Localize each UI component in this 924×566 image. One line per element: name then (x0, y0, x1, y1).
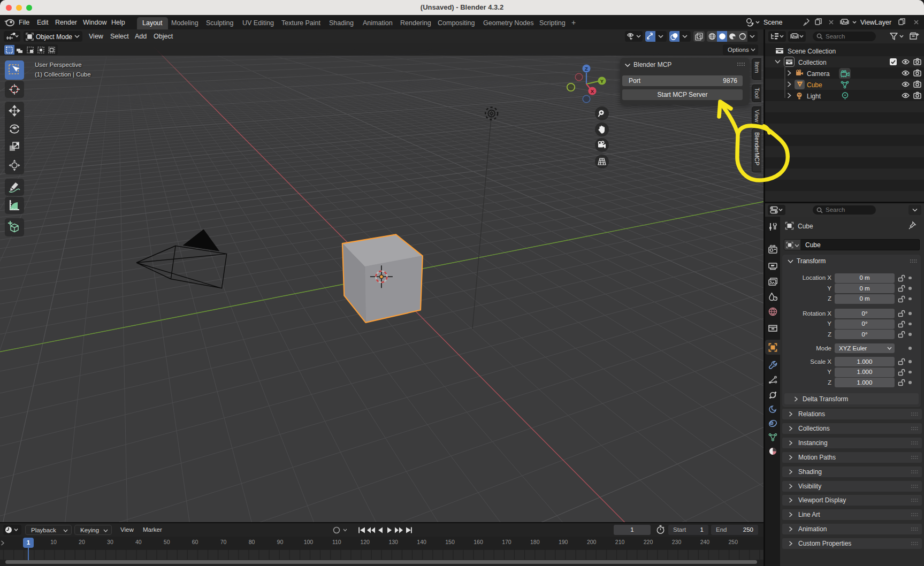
svg-text:Y: Y (600, 78, 604, 84)
svg-text:X: X (591, 88, 594, 94)
svg-text:Z: Z (585, 66, 588, 72)
